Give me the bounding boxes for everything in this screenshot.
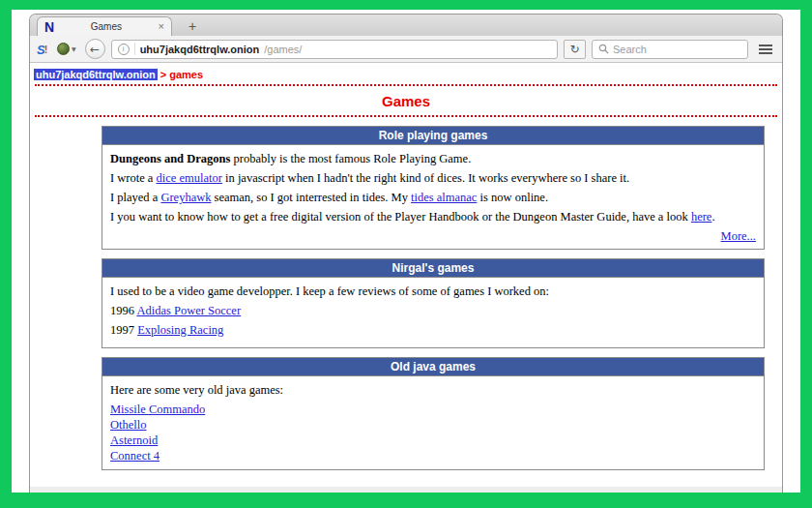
section-box: Old java gamesHere are some very old jav…: [102, 357, 765, 470]
text: .: [711, 210, 714, 224]
section-title: Old java games: [102, 358, 764, 376]
text-link[interactable]: tides almanac: [411, 191, 477, 204]
paragraph: I wrote a dice emulator in javascript wh…: [110, 171, 756, 186]
section-title: Nirgal's games: [102, 259, 764, 278]
text: in javascript when I hadn't the right ki…: [222, 171, 629, 185]
paragraph: 1997 Explosing Racing: [110, 323, 756, 338]
browser-tab[interactable]: N Games ×: [37, 16, 172, 36]
site-favicon-icon: N: [44, 20, 54, 34]
tab-bar: N Games × +: [30, 15, 782, 36]
section-title: Role playing games: [102, 127, 764, 145]
footer-links: FrançaisSite mapContactLogin: [30, 487, 782, 493]
url-bar[interactable]: i uhu7jakqd6ttrqlw.onion/games/: [111, 40, 558, 59]
section-body: Here are some very old java games:Missil…: [102, 376, 764, 469]
text-link[interactable]: Connect 4: [110, 449, 160, 463]
section-box: Nirgal's gamesI used to be a video game …: [102, 258, 765, 348]
back-button[interactable]: ←: [85, 39, 105, 59]
text-link[interactable]: Greyhawk: [160, 191, 211, 204]
text-link[interactable]: dice emulator: [157, 171, 222, 185]
breadcrumb-separator: >: [160, 69, 166, 80]
page-viewport: uhu7jakqd6ttrqlw.onion > games Games Rol…: [30, 63, 782, 493]
paragraph: Asternoid: [110, 433, 756, 448]
sections: Role playing gamesDungeons and Dragons p…: [32, 126, 780, 470]
text: I you want to know how to get a free dig…: [110, 210, 691, 224]
chevron-down-icon: ▼: [72, 45, 76, 52]
green-frame: N Games × + S ! ▼ ← i uhu7jakqd6ttrqlw.o…: [0, 0, 812, 508]
browser-window: N Games × + S ! ▼ ← i uhu7jakqd6ttrqlw.o…: [29, 14, 783, 493]
reload-button[interactable]: ↻: [564, 40, 586, 59]
noscript-bang: !: [44, 45, 47, 55]
url-divider: [134, 43, 135, 55]
section-body: Dungeons and Dragons probably is the mos…: [102, 145, 764, 249]
paragraph: I used to be a video game developper. I …: [110, 284, 756, 299]
paragraph: Othello: [110, 418, 756, 433]
paragraph: I you want to know how to get a free dig…: [110, 210, 756, 224]
text: I used to be a video game developper. I …: [110, 284, 549, 298]
text: is now online.: [477, 191, 548, 204]
bold-text: Dungeons and Dragons: [110, 152, 230, 165]
paragraph: Connect 4: [110, 449, 756, 463]
tor-button[interactable]: ▼: [57, 43, 76, 55]
menu-icon[interactable]: [756, 43, 775, 56]
red-dotted-rule: [35, 115, 777, 117]
text: I wrote a: [110, 171, 157, 185]
url-path: /games/: [264, 44, 302, 55]
search-icon: [598, 44, 609, 54]
paragraph: More...: [110, 229, 756, 244]
text: Here are some very old java games:: [110, 383, 283, 397]
text-link[interactable]: Explosing Racing: [137, 323, 223, 337]
red-dotted-rule: [35, 84, 777, 86]
paragraph: I played a Greyhawk seaman, so I got int…: [110, 191, 756, 205]
paragraph: Missile Commando: [110, 403, 756, 417]
paragraph: Here are some very old java games:: [110, 383, 756, 398]
text-link[interactable]: Asternoid: [110, 433, 158, 447]
text-link[interactable]: here: [691, 210, 712, 224]
search-input[interactable]: [613, 44, 741, 55]
new-tab-button[interactable]: +: [183, 18, 202, 34]
text: probably is the most famous Role Playing…: [230, 152, 471, 165]
section-box: Role playing gamesDungeons and Dragons p…: [102, 126, 765, 250]
text: I played a: [110, 191, 160, 204]
site-info-icon[interactable]: i: [118, 44, 130, 55]
breadcrumb-current: games: [169, 69, 203, 80]
text: seaman, so I got interrested in tides. M…: [211, 191, 411, 204]
section-body: I used to be a video game developper. I …: [102, 278, 764, 347]
page-title: Games: [32, 93, 780, 109]
text-link[interactable]: Othello: [110, 418, 147, 432]
text-link[interactable]: Missile Commando: [110, 403, 205, 416]
tab-title: Games: [59, 21, 153, 32]
navigation-toolbar: S ! ▼ ← i uhu7jakqd6ttrqlw.onion/games/ …: [30, 36, 782, 63]
tab-close-icon[interactable]: ×: [159, 21, 164, 32]
breadcrumb: uhu7jakqd6ttrqlw.onion > games: [32, 65, 780, 83]
text-link[interactable]: More...: [721, 229, 756, 243]
noscript-icon[interactable]: S !: [37, 41, 51, 58]
paragraph: 1996 Adidas Power Soccer: [110, 304, 756, 318]
page-main: uhu7jakqd6ttrqlw.onion > games Games Rol…: [30, 63, 782, 487]
text-link[interactable]: Adidas Power Soccer: [136, 304, 241, 317]
url-domain: uhu7jakqd6ttrqlw.onion: [140, 44, 260, 55]
onion-icon: [57, 43, 70, 55]
search-box[interactable]: [592, 40, 748, 59]
text: 1996: [110, 304, 136, 317]
breadcrumb-domain[interactable]: uhu7jakqd6ttrqlw.onion: [34, 69, 158, 80]
paragraph: Dungeons and Dragons probably is the mos…: [110, 152, 756, 166]
text: 1997: [110, 323, 137, 337]
